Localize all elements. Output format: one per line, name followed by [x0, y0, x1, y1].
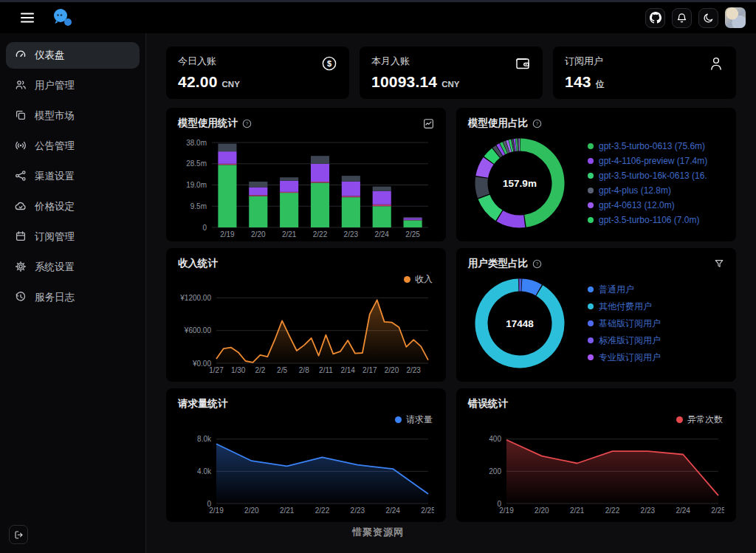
donut-legend: 普通用户其他付费用户基础版订阅用户标准版订阅用户专业版订阅用户: [588, 284, 661, 364]
bell-icon[interactable]: [672, 8, 692, 28]
legend-item[interactable]: 收入: [404, 273, 433, 286]
sidebar-item-users[interactable]: 用户管理: [6, 72, 140, 99]
history-clock-icon: [15, 291, 27, 305]
chart-card-user-types: 用户类型占比 ? 17448 普通用户其他付费用户基础版订阅用户标准版订阅用户专…: [456, 248, 736, 382]
legend-item[interactable]: gpt-3.5-turbo-1106 (7.0m): [588, 215, 707, 225]
sidebar-item-label: 订阅管理: [35, 230, 75, 244]
chart-card-model-share: 模型使用占比 ? 157.9m gpt-3.5-turbo-0613 (75.6…: [456, 108, 736, 241]
moon-icon[interactable]: [698, 8, 718, 28]
svg-text:2/24: 2/24: [385, 506, 400, 515]
help-icon[interactable]: ?: [532, 259, 542, 269]
sidebar-item-settings[interactable]: 系统设置: [6, 254, 140, 281]
svg-text:9.5m: 9.5m: [190, 202, 207, 210]
stats-row: 今日入账 42.00 CNY $ 本月入账 10093.14 CNY 订阅用户 …: [166, 47, 736, 99]
help-icon[interactable]: ?: [532, 119, 542, 128]
legend-label: gpt-4-plus (12.8m): [599, 185, 671, 196]
legend-item[interactable]: gpt-4-0613 (12.0m): [588, 200, 707, 210]
charts-grid: 模型使用统计 ? 09.5m19.0m28.5m38.0m2/192/202/2…: [166, 108, 736, 522]
legend-label: gpt-4-1106-preview (17.4m): [599, 156, 707, 166]
svg-text:2/21: 2/21: [282, 230, 297, 238]
stat-card-today-income: 今日入账 42.00 CNY $: [166, 47, 349, 99]
footer-watermark: 惜聚资源网: [0, 526, 756, 539]
legend-item[interactable]: gpt-3.5-turbo-16k-0613 (16.: [588, 171, 707, 181]
legend-item[interactable]: 专业版订阅用户: [588, 351, 661, 364]
wallet-icon: [515, 55, 531, 75]
sidebar-item-subscription[interactable]: 订阅管理: [6, 224, 140, 250]
legend-dot: [588, 320, 594, 326]
svg-text:2/21: 2/21: [280, 506, 295, 515]
sidebar-item-label: 渠道设置: [35, 170, 75, 183]
legend-label: 普通用户: [599, 284, 634, 296]
svg-text:28.5m: 28.5m: [186, 159, 207, 168]
svg-text:8.0k: 8.0k: [197, 435, 212, 443]
svg-text:38.0m: 38.0m: [186, 139, 207, 147]
chart-title: 模型使用统计: [178, 117, 238, 130]
stat-unit: 位: [596, 79, 605, 90]
dollar-circle-icon: $: [321, 55, 337, 75]
svg-text:2/25: 2/25: [421, 506, 434, 515]
legend-item[interactable]: gpt-4-1106-preview (17.4m): [588, 156, 707, 166]
svg-text:19.0m: 19.0m: [186, 181, 207, 189]
sidebar-item-model-market[interactable]: 模型市场: [6, 103, 140, 129]
svg-text:2/19: 2/19: [209, 506, 224, 515]
legend-dot: [588, 188, 594, 193]
svg-text:2/20: 2/20: [251, 230, 266, 238]
svg-text:400: 400: [489, 435, 501, 443]
top-bar: [0, 0, 756, 33]
svg-text:4.0k: 4.0k: [197, 467, 212, 475]
legend-item[interactable]: gpt-4-plus (12.8m): [588, 185, 707, 196]
legend-item[interactable]: 其他付费用户: [588, 300, 661, 313]
chart-type-toggle-icon[interactable]: [423, 118, 434, 129]
legend-item[interactable]: 标准版订阅用户: [588, 334, 661, 347]
filter-icon[interactable]: [714, 258, 724, 269]
legend-label: 请求量: [406, 413, 433, 426]
legend-item[interactable]: 基础版订阅用户: [588, 317, 661, 330]
sidebar: 仪表盘 用户管理 模型市场 公告管理 渠道设置 价格设定 订阅管理 系统设置 服…: [0, 33, 146, 553]
legend-item[interactable]: 普通用户: [588, 284, 661, 296]
svg-text:?: ?: [246, 120, 249, 126]
sidebar-item-logs[interactable]: 服务日志: [6, 284, 140, 311]
sidebar-item-dashboard[interactable]: 仪表盘: [6, 42, 140, 69]
legend-item[interactable]: 请求量: [395, 413, 433, 426]
chart-title: 收入统计: [178, 257, 218, 270]
svg-text:200: 200: [489, 467, 501, 475]
stat-label: 本月入账: [371, 55, 531, 68]
menu-icon[interactable]: [15, 5, 40, 30]
legend-dot: [676, 416, 683, 423]
svg-text:2/22: 2/22: [313, 230, 328, 238]
svg-text:1/30: 1/30: [231, 366, 246, 374]
svg-text:2/11: 2/11: [319, 366, 333, 374]
sidebar-item-label: 服务日志: [35, 291, 75, 304]
pricing-cloud-icon: [15, 200, 27, 214]
github-icon[interactable]: [645, 8, 665, 28]
user-avatar[interactable]: [725, 7, 746, 28]
broadcast-icon: [15, 140, 27, 154]
bar-chart-canvas: 09.5m19.0m28.5m38.0m2/192/202/212/222/23…: [178, 134, 434, 239]
legend-label: 其他付费用户: [599, 300, 652, 313]
stat-card-month-income: 本月入账 10093.14 CNY: [360, 47, 543, 99]
svg-text:¥1200.00: ¥1200.00: [179, 294, 211, 302]
svg-text:2/5: 2/5: [277, 366, 287, 374]
sidebar-item-pricing[interactable]: 价格设定: [6, 193, 140, 220]
chart-title: 模型使用占比: [468, 117, 528, 130]
sidebar-item-channels[interactable]: 渠道设置: [6, 163, 140, 190]
svg-text:2/24: 2/24: [374, 230, 389, 238]
legend-item[interactable]: 异常次数: [676, 413, 723, 426]
legend-dot: [588, 354, 594, 360]
chart-title: 用户类型占比: [468, 257, 528, 270]
help-icon[interactable]: ?: [242, 119, 252, 128]
legend-label: 专业版订阅用户: [599, 351, 661, 364]
person-icon: [708, 55, 724, 75]
legend-item[interactable]: gpt-3.5-turbo-0613 (75.6m): [588, 141, 707, 151]
stat-card-subscribers: 订阅用户 143 位: [553, 47, 736, 99]
app-logo-chat-icon[interactable]: [52, 8, 74, 27]
svg-text:2/24: 2/24: [676, 506, 690, 515]
sidebar-item-announcements[interactable]: 公告管理: [6, 133, 140, 159]
svg-text:2/22: 2/22: [315, 506, 330, 515]
svg-text:¥600.00: ¥600.00: [184, 326, 212, 334]
donut-chart-canvas: 17448: [468, 272, 571, 375]
legend-label: gpt-3.5-turbo-16k-0613 (16.: [599, 171, 707, 181]
svg-text:2/19: 2/19: [220, 230, 235, 238]
chart-title: 请求量统计: [178, 397, 228, 411]
chart-card-revenue: 收入统计 收入 ¥0.00¥600.00¥1200.001/271/302/22…: [166, 248, 446, 382]
